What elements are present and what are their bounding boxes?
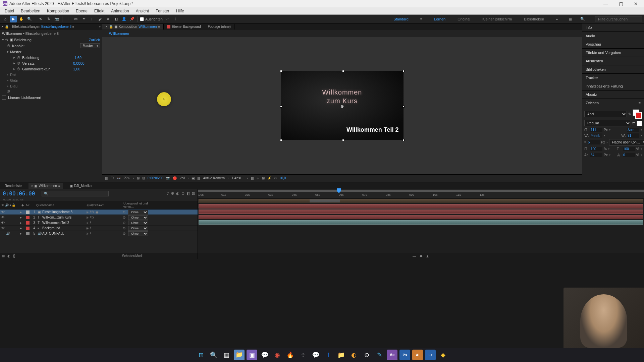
- menu-ebene[interactable]: Ebene: [72, 8, 91, 14]
- res-icon[interactable]: ⊞: [137, 176, 140, 180]
- viewer-time[interactable]: 0:00:06:00: [148, 176, 163, 180]
- taskbar-ae-icon[interactable]: Ae: [387, 350, 397, 360]
- layer-name[interactable]: Einstellungsebene 3: [42, 210, 86, 214]
- panel-tracker[interactable]: Tracker: [582, 74, 644, 82]
- taskbar-explorer-icon[interactable]: 📁: [234, 350, 245, 360]
- layer-expand-icon[interactable]: ▸: [20, 226, 25, 230]
- panel-ausrichten[interactable]: Ausrichten: [582, 57, 644, 65]
- track-row[interactable]: [198, 215, 644, 220]
- view5-icon[interactable]: ↻: [274, 176, 277, 180]
- snap-icon[interactable]: 〰: [164, 16, 171, 22]
- maximize-button[interactable]: ▢: [615, 0, 627, 7]
- stopwatch-icon[interactable]: ⏱: [7, 89, 11, 94]
- ausrichten-checkbox[interactable]: [140, 17, 144, 21]
- layer-expand-icon[interactable]: ▸: [20, 232, 25, 235]
- view4-icon[interactable]: ⚡: [267, 176, 271, 180]
- workspace-kleiner[interactable]: Kleiner Bildschirm: [480, 16, 515, 22]
- taskbar-lr-icon[interactable]: Lr: [425, 350, 436, 360]
- transparency-icon[interactable]: ▦: [197, 176, 200, 180]
- layer-switches[interactable]: ⚹/: [86, 226, 123, 230]
- stroke-color-swatch[interactable]: [637, 121, 642, 126]
- work-area-bar[interactable]: [198, 190, 644, 192]
- layer-bar-text[interactable]: [199, 204, 643, 208]
- tl-tool-icon[interactable]: ⊙: [181, 191, 184, 196]
- menu-animation[interactable]: Animation: [108, 8, 132, 14]
- parent-dropdown[interactable]: Ohne: [128, 210, 148, 215]
- workspace-panel-icon[interactable]: ▦: [567, 16, 574, 22]
- workspace-lernen[interactable]: Lernen: [431, 16, 448, 22]
- selection-handle[interactable]: [342, 70, 344, 72]
- timeline-timecode[interactable]: 0:00:06:00: [3, 190, 35, 197]
- leading-input[interactable]: [627, 128, 639, 132]
- brush-tool-icon[interactable]: 🖌: [97, 16, 103, 22]
- fill-color-swatch[interactable]: [635, 112, 642, 119]
- layer-expand-icon[interactable]: ▸: [20, 216, 25, 219]
- col-audio-icon[interactable]: 🔊: [5, 203, 9, 207]
- tl-tool-icon[interactable]: ⤴: [167, 191, 169, 196]
- comp-tab-willkommen[interactable]: × 🔒 ▣ Komposition Willkommen ≡: [102, 24, 164, 29]
- anchor-point-icon[interactable]: ⊕: [340, 104, 344, 109]
- selection-handle[interactable]: [402, 70, 405, 72]
- comp-viewer[interactable]: ↖ Willkommen zum Kurs ⊕ Willkommen Teil …: [102, 37, 582, 174]
- tl-footer-icon[interactable]: ◐: [7, 254, 10, 258]
- zoom-slider[interactable]: ◆: [420, 254, 422, 258]
- snapshot-icon[interactable]: 📷: [166, 176, 170, 180]
- eraser-tool-icon[interactable]: ◧: [113, 16, 119, 22]
- taskbar-app-icon[interactable]: ◉: [272, 350, 283, 360]
- parent-pickwhip-icon[interactable]: ⊙: [123, 226, 128, 230]
- panel-inhalt[interactable]: Inhaltsbasierte Füllung: [582, 82, 644, 90]
- layer-color-label[interactable]: [26, 227, 30, 230]
- grid-icon[interactable]: ⊟: [142, 176, 145, 180]
- eyedropper-icon[interactable]: ✎: [628, 112, 631, 116]
- tl-tool-icon[interactable]: ⊡: [192, 191, 195, 196]
- panel-vorschau[interactable]: Vorschau: [582, 40, 644, 49]
- fill-option-dropdown[interactable]: Fläche über Kon…: [609, 139, 644, 145]
- layer-row[interactable]: 👁 ▸ 1 ▣ Einstellungsebene 3 ⚹/fx◉ ⊙ Ohne: [0, 209, 198, 215]
- taskbar-ps-icon[interactable]: Ps: [399, 350, 410, 360]
- parent-pickwhip-icon[interactable]: ⊙: [123, 232, 128, 235]
- gamma-value[interactable]: 1,00: [73, 67, 100, 71]
- taskbar-app-icon[interactable]: ⊹: [298, 350, 308, 360]
- taskbar-app-icon[interactable]: ◆: [438, 350, 448, 360]
- anchor-tool-icon[interactable]: ⊹: [64, 16, 71, 22]
- layer-name[interactable]: AUTOUNFALL: [42, 232, 86, 235]
- layer-color-label[interactable]: [26, 232, 30, 235]
- taskbar-search-icon[interactable]: 🔍: [208, 350, 219, 360]
- exposure-value[interactable]: +0,0: [279, 176, 286, 180]
- taskbar-app-icon[interactable]: ▣: [247, 350, 257, 360]
- menu-ansicht[interactable]: Ansicht: [132, 8, 152, 14]
- channel-icon[interactable]: 🔴: [173, 176, 177, 180]
- panel-menu-icon[interactable]: ≡: [639, 101, 641, 105]
- parent-pickwhip-icon[interactable]: ⊙: [123, 221, 128, 225]
- blau-expand-icon[interactable]: ▸: [7, 84, 9, 88]
- layer-row[interactable]: 👁 ▸ 2 T Willkom…zum Kurs ⚹/fx ⊙ Ohne: [0, 215, 198, 220]
- workspace-bibliotheken[interactable]: Bibliotheken: [521, 16, 547, 22]
- panel-lock-icon[interactable]: 🔒: [5, 25, 9, 28]
- help-search-input[interactable]: [595, 16, 642, 22]
- tl-footer-icon[interactable]: {}: [13, 254, 15, 258]
- workspace-menu-icon[interactable]: ≡: [418, 16, 425, 22]
- gamma-expand-icon[interactable]: ▸: [13, 67, 15, 71]
- stopwatch-icon[interactable]: ⏱: [7, 44, 11, 48]
- roto-tool-icon[interactable]: 👤: [121, 16, 127, 22]
- layer-switches[interactable]: ⚹/fx: [86, 216, 123, 220]
- panel-zeichen[interactable]: Zeichen ≡: [582, 99, 644, 107]
- stopwatch-icon[interactable]: ⏱: [17, 56, 21, 60]
- layer-expand-icon[interactable]: ▸: [20, 221, 25, 225]
- pen-tool-icon[interactable]: ✒: [80, 16, 87, 22]
- parent-dropdown[interactable]: Ohne: [128, 231, 148, 236]
- master-expand-icon[interactable]: ▾: [7, 50, 9, 54]
- baseline-input[interactable]: [590, 153, 602, 157]
- resolution-dropdown[interactable]: Voll: [179, 176, 185, 180]
- tl-tool-icon[interactable]: ◐: [176, 191, 179, 196]
- comp-lock-icon[interactable]: 🔒: [109, 25, 113, 28]
- tl-tab-close-icon[interactable]: ×: [31, 184, 33, 188]
- comp-tab-close-icon[interactable]: ×: [106, 25, 108, 28]
- vscale-input[interactable]: [590, 147, 602, 151]
- panel-more-icon[interactable]: »: [99, 25, 101, 28]
- menu-fenster[interactable]: Fenster: [152, 8, 173, 14]
- tsume-input[interactable]: [623, 153, 635, 157]
- bezier-icon[interactable]: ⊹: [172, 16, 179, 22]
- layer-bar-adj[interactable]: [199, 199, 643, 203]
- views-dropdown[interactable]: 1 Ansi…: [231, 176, 244, 180]
